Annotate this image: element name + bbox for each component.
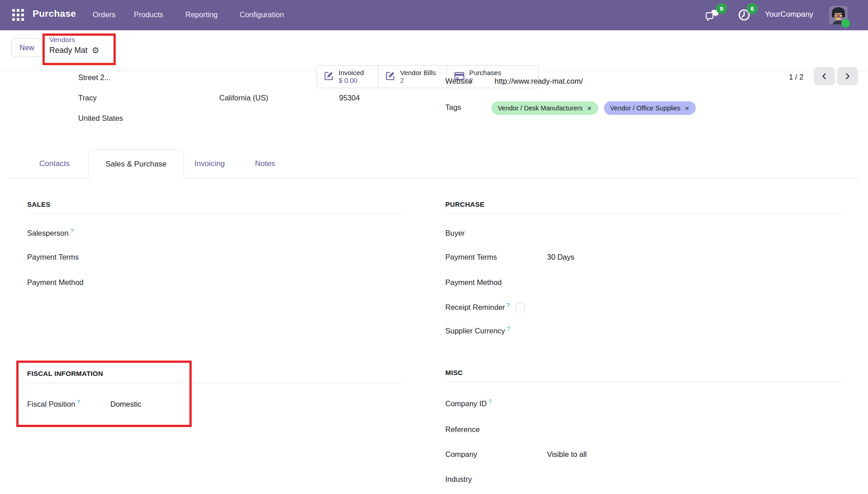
salesperson-label: Salesperson? — [27, 229, 74, 238]
breadcrumb-vendors-link[interactable]: Vendors — [49, 36, 99, 44]
buyer-row: Buyer — [445, 229, 465, 238]
fiscal-group: FISCAL INFORMATION — [27, 370, 402, 383]
user-avatar[interactable] — [829, 6, 848, 24]
tag-office-supplies[interactable]: Vendor / Office Supplies × — [604, 101, 696, 115]
help-icon[interactable]: ? — [507, 302, 510, 309]
payment-terms-value[interactable]: 30 Days — [547, 253, 575, 261]
pager — [814, 67, 858, 86]
pager-previous-button[interactable] — [814, 67, 835, 86]
tags-field[interactable]: Vendor / Desk Manufacturers × Vendor / O… — [491, 101, 696, 115]
purchase-payment-terms-row: Payment Terms 30 Days — [445, 253, 842, 261]
breadcrumb-current-record: Ready Mat — [49, 46, 88, 55]
receipt-reminder-checkbox[interactable] — [515, 303, 525, 312]
pager-next-button[interactable] — [837, 67, 858, 86]
top-navbar: Purchase Orders Products Reporting Confi… — [0, 0, 868, 30]
sales-payment-method-row: Payment Method — [27, 278, 84, 287]
company-row: Company Visible to all — [445, 450, 842, 459]
stat-button-vendor-bills[interactable]: Vendor Bills 2 — [378, 66, 447, 88]
stat-value: $ 0.00 — [339, 76, 364, 85]
zip-field[interactable]: 95304 — [339, 94, 360, 102]
purchase-payment-method-row: Payment Method — [445, 278, 502, 287]
tab-notes[interactable]: Notes — [255, 149, 275, 178]
sales-group-title: SALES — [27, 200, 402, 214]
website-value[interactable]: http://www.ready-mat.com/ — [495, 77, 583, 86]
fiscal-group-title: FISCAL INFORMATION — [27, 370, 402, 383]
stat-label: Invoiced — [339, 69, 364, 76]
new-button[interactable]: New — [11, 38, 42, 57]
tab-sales-purchase[interactable]: Sales & Purchase — [88, 149, 184, 179]
website-label: Website — [445, 77, 472, 86]
tag-remove-icon[interactable]: × — [587, 104, 592, 112]
fiscal-position-value[interactable]: Domestic — [110, 400, 142, 408]
help-icon[interactable]: ? — [71, 228, 74, 234]
industry-label: Industry — [445, 475, 472, 484]
sales-payment-terms-row: Payment Terms — [27, 253, 79, 261]
help-icon[interactable]: ? — [507, 326, 510, 332]
company-id-label: Company ID? — [445, 399, 492, 408]
misc-group-title: MISC — [445, 369, 842, 382]
online-status-dot — [841, 19, 850, 28]
breadcrumb: Vendors Ready Mat ⚙ — [49, 36, 99, 55]
payment-method-label: Payment Method — [445, 278, 502, 287]
fiscal-position-label: Fiscal Position? — [27, 400, 80, 408]
tab-contacts[interactable]: Contacts — [39, 149, 70, 178]
payment-terms-label: Payment Terms — [445, 253, 497, 261]
pager-count: 1 / 2 — [789, 73, 803, 81]
menu-products[interactable]: Products — [134, 10, 163, 19]
menu-reporting[interactable]: Reporting — [185, 10, 218, 19]
company-id-row: Company ID? — [445, 399, 492, 408]
tab-invoicing[interactable]: Invoicing — [194, 149, 225, 178]
fiscal-position-row: Fiscal Position? Domestic — [27, 400, 402, 408]
stat-value: 2 — [400, 76, 436, 85]
purchase-group: PURCHASE — [445, 200, 842, 214]
messages-count-badge[interactable]: 9 — [716, 3, 727, 14]
payment-method-label: Payment Method — [27, 278, 84, 287]
country-field[interactable]: United States — [78, 114, 123, 123]
tag-desk-manufacturers[interactable]: Vendor / Desk Manufacturers × — [491, 101, 598, 115]
stat-label: Purchases — [469, 69, 501, 76]
help-icon[interactable]: ? — [489, 399, 492, 405]
activities-count-badge[interactable]: 6 — [747, 3, 758, 14]
control-panel: New Vendors Ready Mat ⚙ Invoiced $ 0.00 — [0, 30, 868, 71]
receipt-reminder-row: Receipt Reminder? — [445, 303, 525, 312]
edit-icon — [324, 71, 334, 83]
supplier-currency-label: Supplier Currency? — [445, 327, 510, 335]
tag-remove-icon[interactable]: × — [685, 104, 689, 112]
industry-row: Industry — [445, 475, 472, 484]
app-name[interactable]: Purchase — [33, 8, 76, 19]
misc-group: MISC — [445, 369, 842, 382]
menu-configuration[interactable]: Configuration — [240, 10, 284, 19]
menu-orders[interactable]: Orders — [93, 10, 115, 19]
buyer-label: Buyer — [445, 229, 465, 238]
gear-icon[interactable]: ⚙ — [92, 46, 99, 55]
supplier-currency-row: Supplier Currency? — [445, 327, 510, 335]
stat-label: Vendor Bills — [400, 69, 436, 76]
receipt-reminder-label: Receipt Reminder? — [445, 303, 510, 312]
sales-group: SALES — [27, 200, 402, 214]
street2-input[interactable]: Street 2... — [78, 73, 111, 82]
edit-icon — [385, 71, 396, 83]
tags-label: Tags — [445, 103, 461, 112]
notebook-tabs: Contacts Sales & Purchase Invoicing Note… — [9, 149, 859, 178]
tag-label: Vendor / Office Supplies — [610, 104, 680, 112]
stat-button-invoiced[interactable]: Invoiced $ 0.00 — [317, 66, 378, 88]
reference-row: Reference — [445, 425, 480, 434]
company-switcher[interactable]: YourCompany — [765, 10, 813, 19]
reference-label: Reference — [445, 425, 480, 434]
payment-terms-label: Payment Terms — [27, 253, 79, 261]
purchase-group-title: PURCHASE — [445, 200, 842, 214]
salesperson-row: Salesperson? — [27, 229, 74, 238]
company-input[interactable]: Visible to all — [547, 450, 587, 459]
state-field[interactable]: California (US) — [219, 94, 268, 102]
city-field[interactable]: Tracy — [78, 94, 97, 102]
company-label: Company — [445, 450, 477, 459]
apps-grid-icon[interactable] — [12, 9, 24, 21]
help-icon[interactable]: ? — [77, 399, 80, 405]
tag-label: Vendor / Desk Manufacturers — [498, 104, 583, 112]
